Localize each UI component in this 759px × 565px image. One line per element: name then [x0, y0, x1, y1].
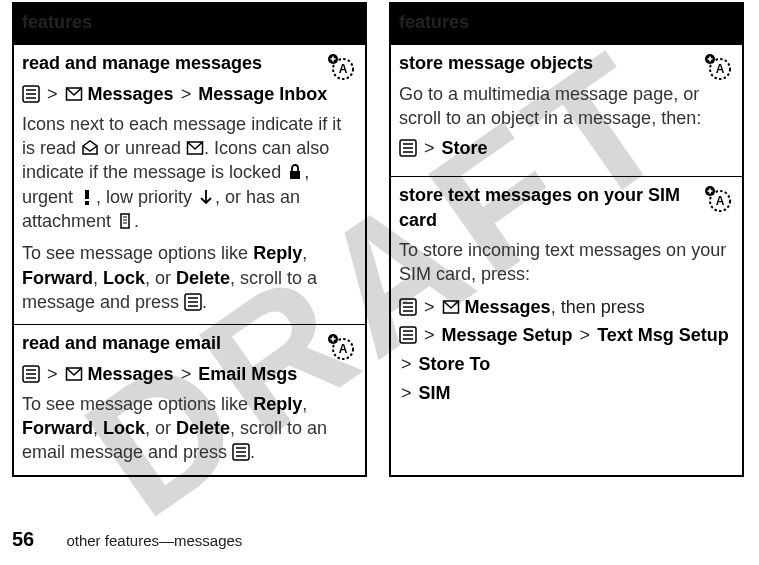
opt-lock: Lock: [103, 268, 145, 288]
network-badge-icon: A: [702, 185, 734, 213]
text: , or: [145, 418, 176, 438]
menu-key-icon: [184, 293, 202, 311]
section-title: store text messages on your SIM card: [399, 183, 734, 232]
envelope-icon: [65, 85, 83, 103]
text: .: [250, 442, 255, 462]
left-column: features A read and manage messages >: [12, 2, 367, 477]
section-title: read and manage email: [22, 331, 357, 355]
opt-forward: Forward: [22, 418, 93, 438]
footer-label: other features—messages: [66, 532, 242, 549]
nav-path: > Messages > Message Inbox: [22, 82, 357, 106]
left-table: features A read and manage messages >: [14, 4, 365, 475]
then-press: , then press: [551, 297, 645, 317]
unread-envelope-icon: [186, 139, 204, 157]
opt-delete: Delete: [176, 268, 230, 288]
section-store-objects: A store message objects Go to a multimed…: [391, 45, 742, 177]
menu-key-icon: [399, 139, 417, 157]
section-read-email: A read and manage email > Messages > Ema…: [14, 325, 365, 475]
lock-icon: [286, 163, 304, 181]
nav-messages: Messages: [465, 297, 551, 317]
opt-reply: Reply: [253, 394, 302, 414]
nav-store: Store: [442, 138, 488, 158]
nav-path: > Store: [399, 136, 734, 160]
section-store-sim: A store text messages on your SIM card T…: [391, 177, 742, 424]
network-badge-icon: A: [325, 333, 357, 361]
text: , low priority: [96, 187, 197, 207]
menu-key-icon: [22, 85, 40, 103]
text: To see message options like: [22, 243, 253, 263]
menu-key-icon: [399, 326, 417, 344]
right-header-row: features: [391, 4, 742, 45]
nav-messages: Messages: [88, 364, 174, 384]
text: ,: [93, 418, 103, 438]
paragraph-icons: Icons next to each message indicate if i…: [22, 112, 357, 233]
menu-key-icon: [399, 298, 417, 316]
svg-text:A: A: [339, 62, 348, 76]
section-title: store message objects: [399, 51, 734, 75]
opt-delete: Delete: [176, 418, 230, 438]
svg-rect-9: [121, 214, 129, 228]
envelope-icon: [442, 298, 460, 316]
nav-textsetup: Text Msg Setup: [597, 325, 729, 345]
paragraph-email-options: To see message options like Reply, Forwa…: [22, 392, 357, 465]
nav-sim: SIM: [419, 383, 451, 403]
network-badge-icon: A: [325, 53, 357, 81]
section-title: read and manage messages: [22, 51, 357, 75]
attachment-icon: [116, 212, 134, 230]
text: or unread: [99, 138, 186, 158]
nav-msgsetup: Message Setup: [442, 325, 573, 345]
svg-text:A: A: [716, 62, 725, 76]
svg-text:A: A: [339, 342, 348, 356]
urgent-icon: [78, 188, 96, 206]
nav-path: > Messages > Email Msgs: [22, 362, 357, 386]
svg-rect-8: [85, 201, 89, 205]
text: .: [134, 211, 139, 231]
svg-rect-7: [85, 190, 89, 199]
network-badge-icon: A: [702, 53, 734, 81]
paragraph-store: Go to a multimedia message page, or scro…: [399, 82, 734, 131]
text: To see message options like: [22, 394, 253, 414]
svg-text:A: A: [716, 194, 725, 208]
nav-path: > Messages, then press > Message Setup >…: [399, 293, 734, 408]
menu-key-icon: [232, 443, 250, 461]
menu-key-icon: [22, 365, 40, 383]
read-envelope-icon: [81, 139, 99, 157]
opt-lock: Lock: [103, 418, 145, 438]
section-read-messages: A read and manage messages > Messages > …: [14, 45, 365, 325]
page-columns: features A read and manage messages >: [0, 0, 759, 477]
envelope-icon: [65, 365, 83, 383]
text: ,: [302, 394, 307, 414]
page-number: 56: [12, 528, 34, 550]
down-arrow-icon: [197, 188, 215, 206]
right-column: features A store message objects Go to a…: [389, 2, 744, 477]
page-footer: 56 other features—messages: [12, 528, 242, 551]
paragraph-sim: To store incoming text messages on your …: [399, 238, 734, 287]
left-header: features: [14, 4, 365, 45]
nav-email: Email Msgs: [198, 364, 297, 384]
text: ,: [302, 243, 307, 263]
right-table: features A store message objects Go to a…: [391, 4, 742, 424]
nav-messages: Messages: [88, 84, 174, 104]
text: , or: [145, 268, 176, 288]
opt-reply: Reply: [253, 243, 302, 263]
nav-storeto: Store To: [419, 354, 491, 374]
svg-rect-6: [290, 171, 300, 179]
text: .: [202, 292, 207, 312]
right-header: features: [391, 4, 742, 45]
nav-inbox: Message Inbox: [198, 84, 327, 104]
left-header-row: features: [14, 4, 365, 45]
paragraph-options: To see message options like Reply, Forwa…: [22, 241, 357, 314]
text: ,: [93, 268, 103, 288]
opt-forward: Forward: [22, 268, 93, 288]
